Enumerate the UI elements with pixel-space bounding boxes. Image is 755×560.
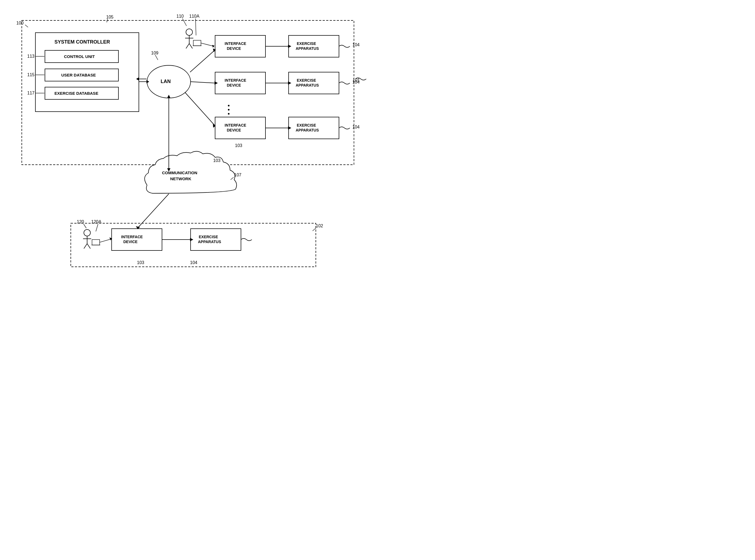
exercise-apparatus-2-label: EXERCISE: [297, 78, 316, 82]
ref-104-1: 104: [352, 42, 360, 47]
ref-104-3: 104: [352, 125, 360, 129]
ref-104-bottom: 104: [190, 260, 197, 265]
svg-line-42: [189, 43, 193, 48]
svg-line-21: [191, 82, 215, 83]
ref-103-2: 103: [235, 143, 242, 148]
user-database-label: USER DATABASE: [61, 73, 96, 77]
interface-device-1-label: INTERFACE: [225, 41, 246, 46]
exercise-apparatus-2-label2: APPARATUS: [296, 83, 319, 87]
lan-label: LAN: [161, 79, 171, 84]
ref-110a: 110A: [189, 14, 200, 19]
exercise-apparatus-bottom-label: EXERCISE: [199, 235, 218, 239]
svg-rect-43: [193, 40, 201, 46]
interface-device-1-label2: DEVICE: [227, 46, 241, 51]
ref-104-2: 104: [352, 80, 360, 84]
ref-105: 105: [106, 15, 114, 19]
svg-rect-52: [92, 240, 100, 245]
system-controller-label: SYSTEM CONTROLLER: [55, 39, 110, 45]
svg-line-45: [201, 43, 214, 46]
ref-109: 109: [151, 51, 158, 55]
ref-120a: 120A: [91, 219, 102, 224]
svg-line-19: [190, 51, 215, 72]
svg-line-69: [84, 224, 86, 228]
svg-line-70: [96, 224, 98, 232]
svg-point-38: [186, 29, 193, 35]
exercise-apparatus-1-label2: APPARATUS: [296, 46, 319, 51]
svg-marker-18: [136, 77, 139, 81]
interface-device-2-label: INTERFACE: [225, 78, 246, 82]
svg-point-58: [228, 113, 230, 115]
ref-117: 117: [27, 91, 35, 95]
interface-device-3-label: INTERFACE: [225, 123, 246, 127]
exercise-apparatus-3-label: EXERCISE: [297, 123, 316, 127]
exercise-apparatus-bottom-label2: APPARATUS: [198, 240, 221, 244]
diagram-container: SYSTEM CONTROLLER CONTROL UNIT USER DATA…: [0, 0, 377, 280]
interface-device-bottom-label2: DEVICE: [123, 240, 138, 244]
ref-102: 102: [316, 223, 323, 228]
svg-line-41: [186, 43, 189, 48]
svg-point-56: [228, 105, 230, 106]
interface-device-bottom-label: INTERFACE: [121, 235, 143, 239]
svg-line-50: [84, 244, 87, 248]
svg-point-47: [84, 229, 91, 236]
comm-network-label2: NETWORK: [170, 176, 192, 181]
svg-line-63: [155, 55, 158, 60]
interface-device-3-label2: DEVICE: [227, 128, 241, 132]
svg-line-23: [185, 93, 215, 125]
svg-point-57: [228, 109, 230, 111]
ref-107: 107: [234, 173, 241, 177]
svg-line-60: [313, 228, 316, 231]
interface-device-2-label2: DEVICE: [227, 83, 241, 87]
ref-115: 115: [27, 73, 35, 77]
ref-103-bottom: 103: [137, 260, 144, 265]
exercise-apparatus-3-label2: APPARATUS: [296, 128, 319, 132]
exercise-apparatus-1-label: EXERCISE: [297, 41, 316, 46]
svg-line-54: [100, 239, 111, 242]
ref-120: 120: [77, 219, 84, 224]
ref-100: 100: [16, 21, 24, 25]
ref-113: 113: [27, 54, 35, 59]
svg-marker-46: [212, 45, 215, 48]
control-unit-label: CONTROL UNIT: [64, 54, 95, 59]
svg-line-64: [182, 19, 186, 26]
ref-110: 110: [176, 14, 184, 19]
svg-line-65: [196, 19, 196, 35]
svg-line-51: [87, 244, 91, 248]
svg-line-59: [25, 25, 28, 27]
comm-network-label1: COMMUNICATION: [162, 171, 197, 175]
ref-103-1: 103: [213, 158, 221, 163]
exercise-database-label: EXERCISE DATABASE: [55, 91, 98, 96]
